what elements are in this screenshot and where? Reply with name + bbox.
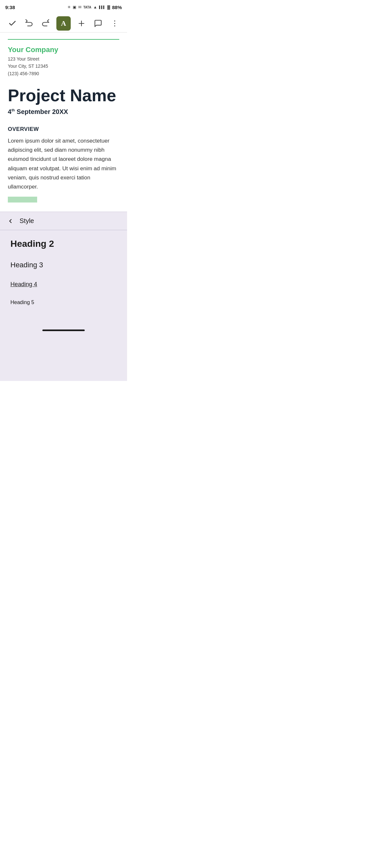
style-item-heading2[interactable]: Heading 2 <box>0 233 127 255</box>
company-name[interactable]: Your Company <box>8 45 119 54</box>
undo-button[interactable] <box>23 18 35 29</box>
style-panel-title: Style <box>20 217 34 225</box>
address-line2: Your City, ST 12345 <box>8 63 119 70</box>
heading3-label: Heading 3 <box>10 261 43 269</box>
checkmark-button[interactable] <box>6 18 18 29</box>
status-bar: 9:38 ✳ ▣ ✉ TATA ▲ ▌▌▌ ▓ 88% <box>0 0 127 14</box>
style-item-heading5[interactable]: Heading 5 <box>0 294 127 311</box>
style-panel: Style Heading 2 Heading 3 Heading 4 Head… <box>0 212 127 381</box>
bookmark-icon: ▣ <box>73 5 76 9</box>
mail-icon: ✉ <box>78 5 81 9</box>
status-time: 9:38 <box>5 5 15 10</box>
highlight-block <box>8 197 37 203</box>
battery-percent: 88% <box>112 5 122 10</box>
heading2-label: Heading 2 <box>10 239 54 249</box>
highlight-area <box>8 197 119 205</box>
toolbar: A <box>0 14 127 33</box>
home-indicator <box>43 330 85 331</box>
back-button[interactable] <box>5 216 16 226</box>
format-button-label: A <box>61 19 66 28</box>
heading4-label: Heading 4 <box>10 281 37 287</box>
tata-icon: TATA <box>83 5 91 9</box>
svg-point-2 <box>114 20 115 21</box>
document-area: Your Company 123 Your Street Your City, … <box>0 33 127 212</box>
company-address: 123 Your Street Your City, ST 12345 (123… <box>8 55 119 77</box>
format-button[interactable]: A <box>56 16 71 31</box>
heading5-label: Heading 5 <box>10 300 34 305</box>
slack-icon: ✳ <box>67 5 71 9</box>
svg-point-3 <box>114 23 115 24</box>
style-item-heading4[interactable]: Heading 4 <box>0 275 127 294</box>
comments-button[interactable] <box>92 18 104 29</box>
doc-top-line <box>8 39 119 40</box>
status-icons: ✳ ▣ ✉ TATA ▲ ▌▌▌ ▓ 88% <box>67 5 122 10</box>
style-list: Heading 2 Heading 3 Heading 4 Heading 5 <box>0 230 127 314</box>
date-day: 4 <box>8 108 11 115</box>
battery-icon: ▓ <box>107 5 110 9</box>
add-button[interactable] <box>76 18 87 29</box>
address-line1: 123 Your Street <box>8 55 119 63</box>
phone: (123) 456-7890 <box>8 70 119 77</box>
more-button[interactable] <box>109 18 120 29</box>
svg-point-4 <box>114 25 115 26</box>
project-date: 4th September 20XX <box>8 108 119 116</box>
redo-button[interactable] <box>40 18 52 29</box>
date-superscript: th <box>11 108 15 112</box>
style-panel-header: Style <box>0 212 127 230</box>
project-title[interactable]: Project Name <box>8 86 119 105</box>
wifi-icon: ▲ <box>93 5 97 9</box>
overview-text: Lorem ipsum dolor sit amet, consectetuer… <box>8 136 119 191</box>
overview-heading: OVERVIEW <box>8 126 119 132</box>
overview-text-content: Lorem ipsum dolor sit amet, consectetuer… <box>8 138 116 189</box>
style-item-heading3[interactable]: Heading 3 <box>0 255 127 275</box>
signal-icon: ▌▌▌ <box>99 5 105 9</box>
date-rest: September 20XX <box>15 108 68 115</box>
